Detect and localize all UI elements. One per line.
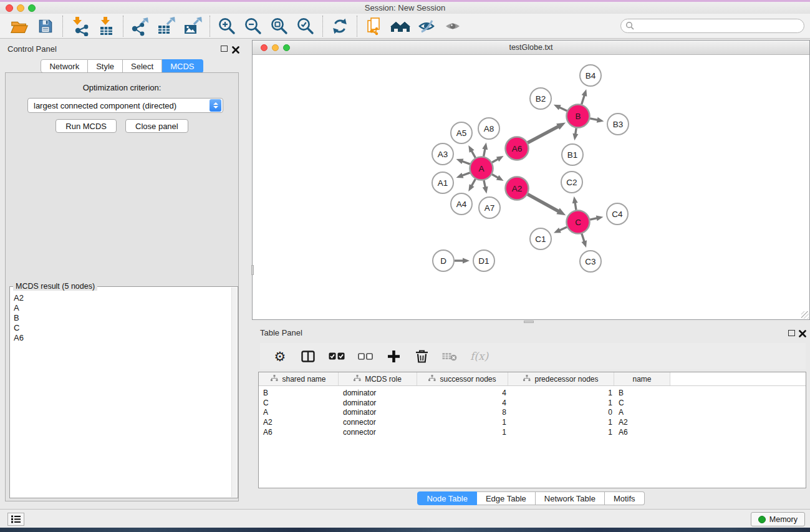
- graph-edge-B-B3[interactable]: [590, 118, 598, 120]
- column-view-icon[interactable]: [301, 347, 316, 365]
- column-header[interactable]: shared name: [259, 372, 339, 385]
- table-cell[interactable]: 1: [417, 428, 508, 437]
- export-table-icon[interactable]: [153, 15, 180, 37]
- graph-edge-A-A6[interactable]: [492, 159, 498, 163]
- table-cell[interactable]: A6: [259, 428, 339, 437]
- show-eye-icon[interactable]: [440, 15, 466, 37]
- tab-motifs[interactable]: Motifs: [605, 491, 645, 505]
- float-panel-icon[interactable]: [221, 46, 228, 52]
- table-cell[interactable]: B: [614, 389, 670, 397]
- home-view-icon[interactable]: [387, 15, 413, 37]
- save-session-icon[interactable]: [32, 15, 59, 37]
- mcds-result-item[interactable]: C: [14, 323, 228, 333]
- vertical-splitter-handle[interactable]: [251, 265, 254, 275]
- import-table-icon[interactable]: [93, 15, 119, 37]
- table-cell[interactable]: A6: [614, 428, 670, 437]
- search-input[interactable]: [620, 19, 804, 33]
- graph-edge-C-C3[interactable]: [582, 234, 584, 242]
- zoom-in-icon[interactable]: [214, 15, 240, 37]
- graph-edge-C-C1[interactable]: [559, 227, 567, 230]
- tab-network-table[interactable]: Network Table: [536, 491, 605, 505]
- table-cell[interactable]: A2: [259, 418, 339, 427]
- table-cell[interactable]: 1: [417, 418, 508, 427]
- delete-table-icon[interactable]: [442, 347, 457, 365]
- column-header[interactable]: successor nodes: [417, 372, 508, 385]
- close-table-panel-icon[interactable]: [799, 329, 806, 336]
- table-cell[interactable]: connector: [339, 428, 417, 437]
- mcds-result-item[interactable]: A2: [14, 293, 228, 303]
- close-panel-icon[interactable]: [232, 45, 239, 52]
- delete-column-icon[interactable]: [414, 347, 429, 365]
- export-image-icon[interactable]: [180, 15, 206, 37]
- table-cell[interactable]: dominator: [339, 399, 417, 407]
- graph-edge-A-A3[interactable]: [462, 161, 470, 164]
- graph-edge-A-A5[interactable]: [471, 151, 475, 158]
- table-row[interactable]: A2connector11A2: [259, 417, 806, 427]
- mcds-result-item[interactable]: A6: [14, 333, 228, 343]
- optimization-criterion-dropdown[interactable]: largest connected component (directed): [27, 98, 223, 113]
- table-cell[interactable]: 1: [508, 389, 614, 397]
- refresh-view-icon[interactable]: [327, 15, 353, 37]
- table-row[interactable]: Adominator80A: [259, 408, 806, 418]
- zoom-out-icon[interactable]: [240, 15, 266, 37]
- tab-edge-table[interactable]: Edge Table: [477, 491, 536, 505]
- table-cell[interactable]: 4: [417, 399, 508, 407]
- graph-edge-B-B2[interactable]: [559, 107, 567, 111]
- table-cell[interactable]: B: [259, 389, 339, 397]
- horizontal-splitter-handle[interactable]: [524, 321, 534, 323]
- graph-edge-C-C2[interactable]: [575, 203, 576, 210]
- tab-mcds[interactable]: MCDS: [162, 59, 203, 73]
- table-row[interactable]: Cdominator41C: [259, 398, 806, 408]
- run-mcds-button[interactable]: Run MCDS: [55, 119, 117, 133]
- table-cell[interactable]: A: [614, 408, 670, 417]
- table-cell[interactable]: A2: [614, 418, 670, 427]
- table-cell[interactable]: 1: [508, 418, 614, 427]
- table-cell[interactable]: 0: [508, 408, 614, 417]
- function-builder-icon[interactable]: f(x): [470, 347, 488, 365]
- table-cell[interactable]: C: [614, 399, 670, 407]
- tab-select[interactable]: Select: [123, 59, 162, 73]
- graph-edge-C-C4[interactable]: [590, 218, 597, 220]
- network-canvas[interactable]: B4B2BB3A5A8A6B1A3AC2A1A2A4A7C4CC1C3DD1: [253, 55, 809, 319]
- deselect-all-checkboxes-icon[interactable]: [358, 347, 373, 365]
- table-cell[interactable]: dominator: [339, 389, 417, 397]
- graph-edge-B-B1[interactable]: [576, 128, 576, 134]
- select-all-checkboxes-icon[interactable]: [329, 347, 345, 365]
- column-header[interactable]: predecessor nodes: [508, 372, 614, 385]
- column-header[interactable]: name: [614, 372, 670, 385]
- hide-eye-icon[interactable]: [413, 15, 440, 37]
- graph-edge-A-A8[interactable]: [484, 148, 485, 156]
- node-table[interactable]: shared nameMCDS rolesuccessor nodesprede…: [258, 372, 806, 488]
- graph-edge-A6-B[interactable]: [528, 127, 558, 143]
- table-cell[interactable]: connector: [339, 418, 417, 427]
- graph-edge-A-A2[interactable]: [492, 175, 498, 178]
- float-table-panel-icon[interactable]: [788, 330, 795, 336]
- export-network-icon[interactable]: [127, 15, 153, 37]
- zoom-selected-icon[interactable]: [292, 15, 319, 37]
- graph-edge-B-B4[interactable]: [582, 95, 585, 105]
- new-network-from-selection-icon[interactable]: [361, 15, 387, 37]
- import-network-icon[interactable]: [67, 15, 93, 37]
- table-cell[interactable]: A: [259, 408, 339, 417]
- show-panels-list-button[interactable]: [7, 513, 24, 526]
- tab-node-table[interactable]: Node Table: [417, 491, 477, 505]
- mcds-result-item[interactable]: B: [14, 313, 228, 323]
- tab-style[interactable]: Style: [88, 59, 123, 73]
- table-cell[interactable]: 1: [508, 428, 614, 437]
- graph-edge-A2-C[interactable]: [528, 194, 559, 211]
- table-cell[interactable]: 8: [417, 408, 508, 417]
- table-row[interactable]: A6connector11A6: [259, 427, 806, 437]
- tab-network[interactable]: Network: [41, 59, 88, 73]
- close-panel-button[interactable]: Close panel: [125, 119, 188, 133]
- table-cell[interactable]: 4: [417, 389, 508, 397]
- mcds-result-scrollbar[interactable]: [231, 288, 237, 497]
- graph-edge-A-A1[interactable]: [462, 173, 470, 176]
- graph-edge-A-A7[interactable]: [484, 180, 485, 188]
- table-cell[interactable]: dominator: [339, 408, 417, 417]
- network-window-titlebar[interactable]: testGlobe.txt: [253, 41, 809, 55]
- window-resize-grip[interactable]: [801, 311, 809, 319]
- zoom-fit-icon[interactable]: [266, 15, 292, 37]
- memory-button[interactable]: Memory: [751, 512, 805, 526]
- mcds-result-item[interactable]: A: [14, 303, 228, 313]
- add-column-icon[interactable]: [386, 347, 401, 365]
